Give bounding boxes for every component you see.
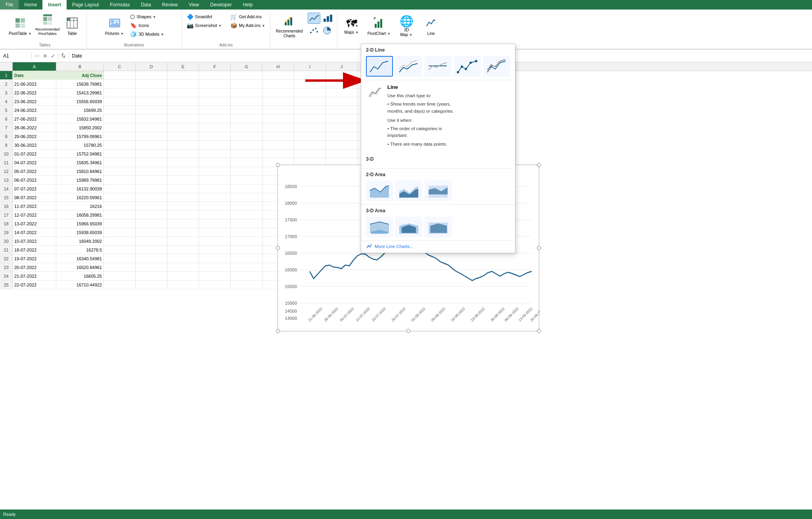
cancel-formula-icon[interactable]: ✕ [43,53,48,59]
cell-F16[interactable] [199,202,231,211]
cell-a10[interactable]: 01-07-2022 [13,150,56,158]
cell-b22[interactable]: 16340.54981 [56,254,104,263]
cell-G25[interactable] [231,281,262,289]
row-header-10[interactable]: 10 [0,150,13,158]
cell-E22[interactable] [167,254,199,263]
cell-F9[interactable] [199,141,231,150]
recommended-pivottables-button[interactable]: RecommendedPivotTables [36,13,59,37]
cell-b9[interactable]: 15780.25 [56,141,104,150]
area-option-3[interactable] [425,181,452,201]
row-header-21[interactable]: 21 [0,246,13,254]
tab-data[interactable]: Data [135,0,156,10]
cell-G15[interactable] [231,193,262,202]
cell-J10[interactable] [326,150,358,158]
col-header-j[interactable]: J [326,62,358,71]
cell-E20[interactable] [167,237,199,246]
cell-F21[interactable] [199,246,231,254]
cell-H3[interactable] [262,88,294,97]
cell-a5[interactable]: 24-06-2022 [13,106,56,115]
cell-J6[interactable] [326,115,358,123]
cell-G5[interactable] [231,106,262,115]
cell-b4[interactable]: 15556.65039 [56,97,104,106]
100-stacked-line-option[interactable] [425,56,452,77]
cell-a24[interactable]: 21-07-2022 [13,272,56,281]
cell-E3[interactable] [167,88,199,97]
cell-D23[interactable] [136,263,167,272]
cell-C16[interactable] [104,202,136,211]
cell-D12[interactable] [136,167,167,176]
cell-G18[interactable] [231,219,262,228]
cell-E12[interactable] [167,167,199,176]
cell-C22[interactable] [104,254,136,263]
smartart-button[interactable]: 🔷 SmartArt [185,13,224,21]
cell-E2[interactable] [167,80,199,88]
cell-E14[interactable] [167,185,199,193]
cell-J4[interactable] [326,97,358,106]
chart-handle-br[interactable] [537,329,541,333]
cell-I10[interactable] [294,150,326,158]
scatter-chart-button[interactable] [308,25,320,36]
stacked-markers-option[interactable] [483,56,510,77]
cell-C24[interactable] [104,272,136,281]
cell-F6[interactable] [199,115,231,123]
cell-b11[interactable]: 15835.34961 [56,158,104,167]
line-option[interactable] [366,56,393,77]
row-header-18[interactable]: 18 [0,219,13,228]
row-header-12[interactable]: 12 [0,167,13,176]
cell-E11[interactable] [167,158,199,167]
3d-area-option-1[interactable] [366,217,393,237]
row-header-4[interactable]: 4 [0,97,13,106]
tab-view[interactable]: View [183,0,205,10]
cell-b16[interactable]: 16216 [56,202,104,211]
cell-C7[interactable] [104,123,136,132]
cell-F12[interactable] [199,167,231,176]
cell-a4[interactable]: 23-06-2022 [13,97,56,106]
cell-D19[interactable] [136,228,167,237]
cell-b17[interactable]: 16058.29981 [56,211,104,219]
col-header-d[interactable]: D [136,62,167,71]
chart-handle-tr[interactable] [537,163,541,167]
cell-G3[interactable] [231,88,262,97]
cell-G19[interactable] [231,228,262,237]
cell-E16[interactable] [167,202,199,211]
cell-b5[interactable]: 15699.25 [56,106,104,115]
cell-G8[interactable] [231,132,262,141]
cell-H5[interactable] [262,106,294,115]
chart-handle-mr[interactable] [537,246,541,250]
col-header-g[interactable]: G [231,62,262,71]
col-header-f[interactable]: F [199,62,231,71]
table-button[interactable]: Table [61,13,83,40]
cell-a21[interactable]: 18-07-2022 [13,246,56,254]
col-header-i[interactable]: I [294,62,326,71]
cell-E13[interactable] [167,176,199,185]
line-chart-button[interactable] [308,13,320,24]
cell-F7[interactable] [199,123,231,132]
cell-F13[interactable] [199,176,231,185]
cell-G17[interactable] [231,211,262,219]
line-markers-option[interactable] [454,56,481,77]
name-box[interactable]: A1 [0,53,32,59]
row-header-7[interactable]: 7 [0,123,13,132]
cell-C6[interactable] [104,115,136,123]
row-header-20[interactable]: 20 [0,237,13,246]
row-header-2[interactable]: 2 [0,80,13,88]
get-addins-button[interactable]: 🛒 Get Add-ins [229,13,266,21]
cell-E9[interactable] [167,141,199,150]
cell-G2[interactable] [231,80,262,88]
row-header-9[interactable]: 9 [0,141,13,150]
cell-G13[interactable] [231,176,262,185]
cell-D24[interactable] [136,272,167,281]
cell-C17[interactable] [104,211,136,219]
cell-I8[interactable] [294,132,326,141]
cell-H6[interactable] [262,115,294,123]
cell-F18[interactable] [199,219,231,228]
cell-F20[interactable] [199,237,231,246]
cell-E23[interactable] [167,263,199,272]
cell-D6[interactable] [136,115,167,123]
cell-b8[interactable]: 15799.09961 [56,132,104,141]
cell-I4[interactable] [294,97,326,106]
cell-C15[interactable] [104,193,136,202]
cell-G24[interactable] [231,272,262,281]
cell-b19[interactable]: 15938.65039 [56,228,104,237]
cell-F11[interactable] [199,158,231,167]
